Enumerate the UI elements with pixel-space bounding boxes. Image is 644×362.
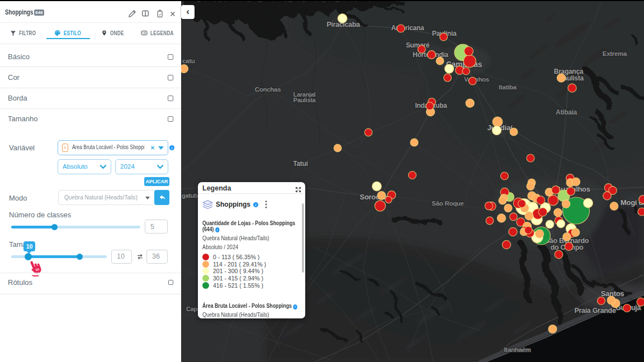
svg-text:Extrema: Extrema [603, 50, 627, 57]
svg-text:Paulista: Paulista [293, 97, 316, 103]
svg-text:São Roque: São Roque [432, 200, 463, 207]
svg-text:Itatiba: Itatiba [499, 84, 517, 90]
svg-text:Itanhaém: Itanhaém [504, 346, 531, 353]
svg-text:Atibaia: Atibaia [556, 108, 577, 116]
svg-text:Praia Grande: Praia Grande [574, 307, 616, 315]
svg-text:Americana: Americana [391, 24, 424, 32]
svg-text:catu: catu [182, 58, 195, 64]
svg-text:Conchas: Conchas [255, 86, 281, 93]
svg-text:Tatuí: Tatuí [293, 160, 308, 168]
